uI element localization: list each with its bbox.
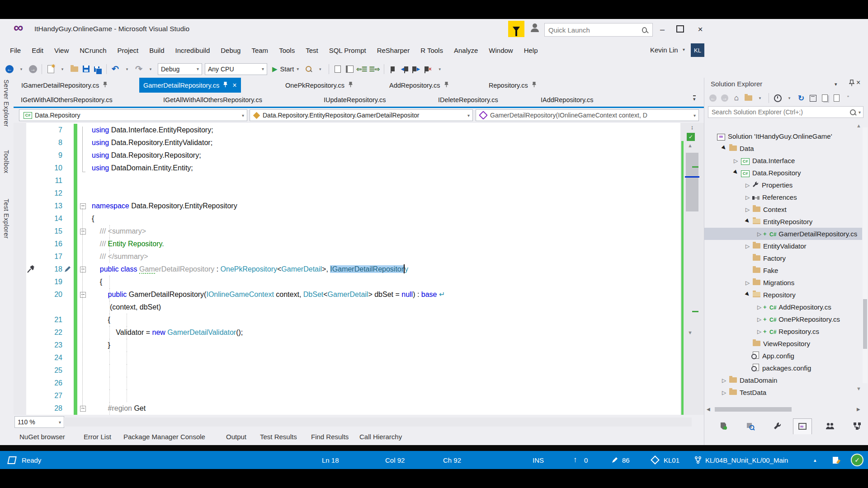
expander-collapsed-icon[interactable]: ▷ (757, 328, 763, 335)
menu-edit[interactable]: Edit (26, 45, 49, 56)
code-line-9[interactable]: 9using Data.Repository.Repository; (14, 149, 680, 162)
document-tab-gamerdetailrepository.cs[interactable]: GamerDetailRepository.cs× (139, 78, 241, 93)
pin-icon[interactable] (528, 81, 537, 89)
menu-debug[interactable]: Debug (215, 45, 246, 56)
code-editor[interactable]: 7using Data.Interface.EntityRepository;8… (14, 123, 680, 415)
code-line-28[interactable]: 28 #region Get (14, 402, 680, 415)
navigate-forward-icon[interactable]: → (28, 63, 38, 75)
menu-sql-prompt[interactable]: SQL Prompt (324, 45, 372, 56)
pin-icon[interactable] (219, 81, 228, 89)
code-line-21[interactable]: 21 { (14, 314, 680, 326)
code-line-23[interactable]: 23 } (14, 339, 680, 352)
source-control-explorer-tab-icon[interactable] (714, 418, 732, 434)
tree-item-onepkrepository.cs[interactable]: ▷+C#OnePkRepository.cs (704, 313, 862, 325)
close-panel-icon[interactable]: × (856, 79, 860, 87)
code-line-12[interactable]: 12 (14, 187, 680, 200)
navigate-backward-icon[interactable]: ← (5, 63, 14, 75)
expander-collapsed-icon[interactable]: ▷ (757, 304, 763, 310)
restore-button[interactable] (676, 25, 684, 33)
clear-bookmarks-icon[interactable]: × (423, 63, 433, 75)
tree-item-app.config[interactable]: App.config (704, 350, 862, 362)
code-line-wrap[interactable]: (context, dbSet) (14, 301, 680, 314)
panel-tab-find-results[interactable]: Find Results (311, 433, 349, 441)
save-all-icon[interactable] (93, 63, 103, 75)
code-line-11[interactable]: 11 (14, 174, 680, 187)
pin-icon[interactable] (440, 81, 449, 89)
scrollbar-thumb[interactable] (686, 153, 698, 211)
tab-overflow-icon[interactable]: ▾ (693, 95, 696, 102)
tree-vertical-scrollbar[interactable] (863, 127, 868, 383)
panel-tab-nuget-browser[interactable]: NuGet browser (19, 433, 65, 441)
tree-item-gamerdetailrepository.cs[interactable]: ▷+C#GamerDetailRepository.cs (704, 228, 862, 240)
panel-tab-error-list[interactable]: Error List (84, 433, 111, 441)
pin-icon[interactable] (99, 81, 108, 89)
scroll-thumb[interactable] (715, 407, 792, 412)
document-tab-iupdaterepository.cs[interactable]: IUpdateRepository.cs (324, 93, 386, 107)
build-ok-icon[interactable]: ✓ (851, 451, 863, 469)
editor-zoom-dropdown[interactable]: 110 % ▾ (14, 416, 64, 428)
status-insert-mode[interactable]: INS (533, 451, 544, 469)
menu-build[interactable]: Build (144, 45, 170, 56)
expander-collapsed-icon[interactable]: ▷ (722, 377, 728, 384)
tree-item-testdata[interactable]: ▷TestData (704, 386, 862, 399)
tree-item-viewrepository[interactable]: ViewRepository (704, 338, 862, 350)
expander-collapsed-icon[interactable]: ▷ (745, 243, 751, 249)
solution-search-input[interactable] (708, 108, 850, 116)
tree-item-data.repository[interactable]: ▶C#Data.Repository (704, 167, 862, 179)
tree-item-factory[interactable]: Factory (704, 252, 862, 264)
tree-item-data[interactable]: ▶Data (704, 142, 862, 155)
search-icon[interactable] (642, 27, 647, 33)
quick-launch-input[interactable] (545, 26, 642, 34)
status-line[interactable]: Ln 18 (322, 451, 339, 469)
code-line-18[interactable]: 18 public class GamerDetailRepository : … (14, 263, 680, 276)
code-line-20[interactable]: 20 public GamerDetailRepository(IOnlineG… (14, 288, 680, 301)
forward-icon[interactable]: → (719, 93, 730, 103)
code-line-15[interactable]: 15 /// <summary> (14, 225, 680, 238)
edits-icon[interactable] (611, 451, 618, 469)
document-tab-iaddrepository.cs[interactable]: IAddRepository.cs (541, 93, 594, 107)
object-browser-tab-icon[interactable] (741, 418, 760, 434)
menu-help[interactable]: Help (519, 45, 543, 56)
tree-scroll-up-icon[interactable]: ▲ (856, 123, 861, 128)
status-character[interactable]: Ch 92 (443, 451, 461, 469)
previous-bookmark-icon[interactable]: ◀ (400, 63, 410, 75)
document-tab-igetwithallothersrepository.cs[interactable]: IGetWithAllOthersRepository.cs (21, 93, 113, 107)
code-line-16[interactable]: 16 /// Entity Repository. (14, 238, 680, 250)
pin-icon[interactable] (849, 80, 854, 88)
code-line-22[interactable]: 22 Validator = new GamerDetailValidator(… (14, 326, 680, 339)
menu-resharper[interactable]: ReSharper (372, 45, 415, 56)
code-line-8[interactable]: 8using Data.Repository.EntityValidator; (14, 136, 680, 149)
member-dropdown[interactable]: GamerDetailRepository(IOnlineGameContext… (476, 109, 699, 121)
code-line-27[interactable]: 27 (14, 389, 680, 402)
menu-ncrunch[interactable]: NCrunch (74, 45, 112, 56)
panel-tab-test-results[interactable]: Test Results (260, 433, 297, 441)
workspace-label[interactable]: KL01 (664, 451, 679, 469)
document-tab-igetallwithallothersrepository.cs[interactable]: IGetAllWithAllOthersRepository.cs (163, 93, 262, 107)
undo-icon[interactable]: ↶ (110, 63, 120, 75)
tree-item-repository[interactable]: ▶Repository (704, 289, 862, 301)
collapse-all-icon[interactable] (807, 93, 818, 103)
close-tab-icon[interactable]: × (232, 81, 236, 89)
tree-item-properties[interactable]: ▷Properties (704, 179, 862, 191)
menu-window[interactable]: Window (483, 45, 518, 56)
document-sync-icon[interactable] (833, 451, 838, 469)
tree-item-packages.config[interactable]: packages.config (704, 362, 862, 374)
menu-view[interactable]: View (49, 45, 74, 56)
rename-pencil-icon[interactable] (64, 265, 71, 274)
scroll-left-icon[interactable]: ◀ (707, 407, 710, 412)
tree-item-data.interface[interactable]: ▷C#Data.Interface (704, 155, 862, 167)
menu-project[interactable]: Project (112, 45, 144, 56)
document-tab-addrepository.cs[interactable]: AddRepository.cs (385, 78, 453, 93)
user-name[interactable]: Kevin Lin (650, 46, 678, 54)
save-icon[interactable] (81, 63, 91, 75)
minimize-button[interactable]: – (657, 23, 667, 35)
pin-icon[interactable] (344, 81, 353, 89)
properties-icon[interactable] (831, 93, 842, 103)
tree-item-context[interactable]: ▷Context (704, 203, 862, 216)
splitter-grip-icon[interactable]: ↕ (687, 124, 698, 131)
pending-pushes-count[interactable]: 0 (584, 451, 588, 469)
code-line-10[interactable]: 10using DataDomain.Entity.Entity; (14, 162, 680, 174)
tree-item-fake[interactable]: Fake (704, 264, 862, 277)
user-dropdown-icon[interactable]: ▾ (683, 47, 685, 52)
tree-horizontal-scrollbar[interactable]: ◀ ▶ (706, 406, 867, 413)
